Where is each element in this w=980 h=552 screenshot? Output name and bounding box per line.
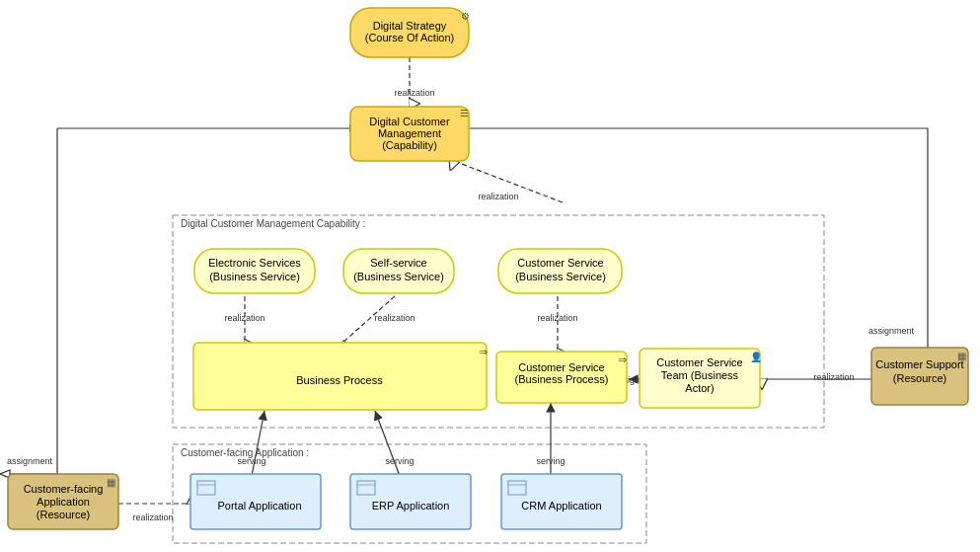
cf-app-label2: Application [37,496,90,508]
cs-bp-label1: Customer Service [518,361,604,373]
cs-support-label1: Customer Support [875,358,963,370]
serving-label-erp: serving [385,456,414,466]
portal-app-label: Portal Application [218,500,302,512]
dcm-label2: Management [378,127,441,139]
realization-label-self: realization [374,313,415,323]
cs-team-label1: Customer Service [656,356,742,368]
realization-label-1: realization [394,88,434,98]
dcm-capability-label: Digital Customer Management Capability : [181,218,365,229]
cs-service-label2: (Business Service) [515,271,606,282]
cf-app-label1: Customer-facing [24,483,104,495]
cs-bp-icon: ⇒ [618,354,627,365]
elec-label2: (Business Service) [209,271,300,282]
dcm-label1: Digital Customer [369,116,450,127]
diagram-container: Digital Customer Management Capability :… [0,0,980,552]
digital-strategy-label: Digital Strategy [373,20,447,32]
edge-portal-serving [252,411,264,476]
stack-icon: ☰ [460,108,469,118]
serving-label-portal: serving [237,456,265,466]
diagram-svg: Digital Customer Management Capability :… [0,0,980,552]
self-label2: (Business Service) [353,271,444,282]
digital-strategy-label2: (Course Of Action) [365,32,454,43]
cs-bp-label2: (Business Process) [515,373,609,385]
edge-erp-serving [375,411,400,476]
cs-service-label1: Customer Service [517,257,603,269]
cf-resource-icon: ▦ [107,477,115,488]
self-label1: Self-service [370,257,426,269]
cs-team-label2: Team (Business [661,369,739,381]
cf-app-label3: (Resource) [37,509,90,520]
assignment-label-cf: assignment [7,456,53,466]
cs-support-label2: (Resource) [893,372,946,384]
process-icon: ⇒ [479,346,488,357]
crm-app-label: CRM Application [521,500,601,512]
assignment-label-top: assignment [868,326,915,336]
realization-label-2: realization [478,192,518,201]
business-process-label: Business Process [296,374,383,386]
dcm-label3: (Capability) [382,139,437,151]
realization-label-cf: realization [132,513,173,522]
realization-label-team: realization [813,372,854,382]
person-icon: 👤 [750,351,763,363]
cs-team-label3: Actor) [685,382,714,394]
elec-label1: Electronic Services [208,257,301,269]
gear-icon: ⚙ [461,11,470,22]
erp-app-label: ERP Application [372,500,450,512]
